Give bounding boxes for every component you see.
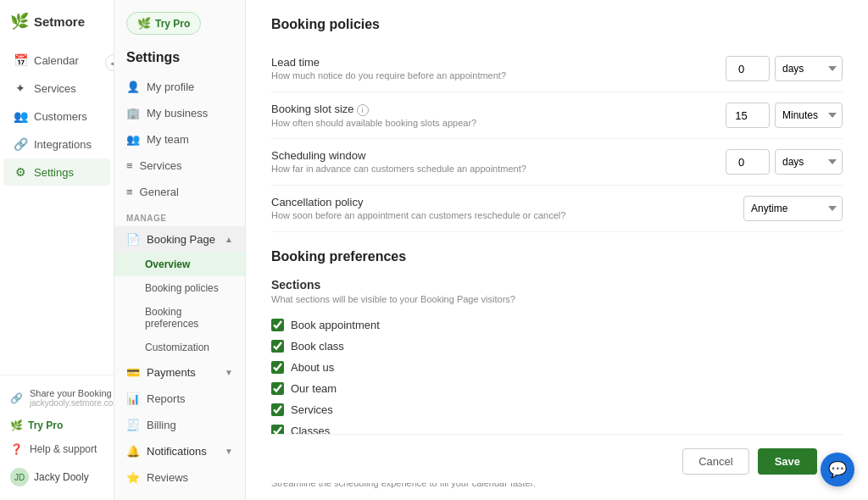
notifications-nav[interactable]: 🔔 Notifications ▼: [114, 438, 245, 464]
settings-nav-my-profile[interactable]: 👤 My profile: [114, 74, 245, 100]
settings-icon: ⚙: [14, 165, 27, 179]
sections-desc: What sections will be visible to your Bo…: [271, 294, 843, 304]
my-business-label: My business: [147, 107, 208, 119]
reviews-icon: ⭐: [126, 471, 140, 484]
sidebar-item-calendar[interactable]: 📅 Calendar: [3, 47, 110, 74]
our-team-checkbox[interactable]: [271, 382, 284, 395]
settings-nav-reports[interactable]: 📊 Reports: [114, 386, 245, 412]
book-class-checkbox[interactable]: [271, 340, 284, 353]
sections-label: Sections: [271, 278, 843, 292]
try-pro-label: Try Pro: [28, 419, 63, 431]
mid-try-pro-area: 🌿 Try Pro: [114, 0, 245, 47]
integrations-icon: 🔗: [14, 137, 27, 151]
booking-page-nav[interactable]: 📄 Booking Page ▲: [114, 226, 245, 253]
booking-page-preferences[interactable]: Booking preferences: [114, 300, 245, 336]
booking-page-overview[interactable]: Overview: [114, 253, 245, 276]
chevron-down-icon: ▼: [225, 368, 233, 377]
share-label: Share your Booking Page: [30, 388, 114, 398]
services-checkbox[interactable]: [271, 403, 284, 416]
try-pro-text: Try Pro: [155, 18, 190, 30]
billing-label: Billing: [147, 419, 176, 431]
share-booking-page[interactable]: 🔗 Share your Booking Page jackydooly.set…: [0, 382, 114, 414]
settings-nav-reviews[interactable]: ⭐ Reviews: [114, 464, 245, 491]
services-icon: ✦: [14, 81, 27, 95]
try-pro-leaf-icon: 🌿: [10, 419, 23, 431]
more-section-label: MORE: [114, 491, 245, 500]
booking-slot-size-desc: How often should available booking slots…: [271, 118, 476, 128]
book-appointment-row: Book appointment: [271, 314, 843, 336]
cancel-button[interactable]: Cancel: [682, 448, 748, 475]
cancellation-policy-row: Cancellation policy How soon before an a…: [271, 186, 843, 232]
chat-bubble-button[interactable]: 💬: [821, 453, 854, 486]
notifications-label: Notifications: [147, 445, 207, 458]
scheduling-window-input[interactable]: [726, 149, 770, 175]
booking-page-policies[interactable]: Booking policies: [114, 276, 245, 300]
my-profile-icon: 👤: [126, 81, 140, 93]
booking-page-icon: 📄: [126, 233, 140, 246]
about-us-checkbox[interactable]: [271, 361, 284, 374]
settings-nav-my-business[interactable]: 🏢 My business: [114, 100, 245, 126]
user-profile[interactable]: JD Jacky Dooly: [0, 461, 114, 493]
reports-label: Reports: [147, 392, 186, 405]
services-nav-label: Services: [140, 159, 182, 172]
chat-icon: 💬: [828, 460, 847, 479]
try-pro-button[interactable]: 🌿 Try Pro: [126, 12, 201, 35]
booking-slot-info-icon[interactable]: i: [357, 104, 369, 116]
booking-page-group: 📄 Booking Page ▲ Overview Booking polici…: [114, 226, 245, 359]
main-nav: 📅 Calendar ✦ Services 👥 Customers 🔗 Inte…: [0, 42, 114, 375]
app-logo: 🌿 Setmore: [0, 0, 114, 42]
services-check-label: Services: [291, 403, 333, 416]
general-label: General: [140, 186, 179, 198]
settings-nav-billing[interactable]: 🧾 Billing: [114, 412, 245, 438]
sidebar-item-label: Services: [34, 82, 76, 95]
lead-time-label: Lead time: [271, 56, 506, 69]
customers-icon: 👥: [14, 109, 27, 123]
my-team-icon: 👥: [126, 133, 140, 146]
settings-nav-my-team[interactable]: 👥 My team: [114, 126, 245, 153]
our-team-row: Our team: [271, 378, 843, 399]
help-support-label: Help & support: [30, 443, 97, 455]
reports-icon: 📊: [126, 392, 140, 405]
try-pro-icon: 🌿: [137, 17, 151, 30]
scheduling-window-unit-select[interactable]: days weeks months: [775, 149, 843, 175]
scheduling-window-label: Scheduling window: [271, 149, 526, 162]
payments-label: Payments: [147, 366, 196, 379]
services-nav-icon: ≡: [126, 159, 133, 172]
payments-nav[interactable]: 💳 Payments ▼: [114, 359, 245, 386]
book-appointment-checkbox[interactable]: [271, 319, 284, 331]
booking-slot-unit-select[interactable]: Minutes Hours: [775, 103, 843, 128]
settings-nav-services[interactable]: ≡ Services: [114, 153, 245, 179]
booking-policies-title: Booking policies: [271, 17, 843, 32]
chevron-up-icon: ▲: [225, 235, 233, 244]
booking-slot-input[interactable]: [726, 103, 770, 128]
booking-page-customization[interactable]: Customization: [114, 336, 245, 359]
payments-icon: 💳: [126, 366, 140, 379]
lead-time-input[interactable]: [726, 56, 770, 81]
my-team-label: My team: [147, 133, 189, 146]
sidebar-item-settings[interactable]: ⚙ Settings: [3, 158, 110, 186]
book-appointment-label: Book appointment: [291, 319, 380, 331]
help-support[interactable]: ❓ Help & support: [0, 437, 114, 461]
sidebar-item-integrations[interactable]: 🔗 Integrations: [3, 131, 110, 158]
share-icon: 🔗: [10, 392, 23, 404]
my-business-icon: 🏢: [126, 107, 140, 119]
save-button[interactable]: Save: [758, 448, 817, 475]
booking-page-label: Booking Page: [147, 233, 215, 246]
left-sidebar: 🌿 Setmore ◀ 📅 Calendar ✦ Services 👥 Cust…: [0, 0, 114, 500]
booking-slot-size-row: Booking slot sizei How often should avai…: [271, 92, 843, 139]
main-content: Booking policies Lead time How much noti…: [246, 0, 868, 500]
sidebar-item-label: Integrations: [34, 138, 92, 151]
booking-slot-size-label: Booking slot sizei: [271, 103, 476, 116]
lead-time-unit-select[interactable]: days hours minutes: [775, 56, 843, 81]
sidebar-try-pro[interactable]: 🌿 Try Pro: [0, 414, 114, 437]
settings-panel: 🌿 Try Pro Settings 👤 My profile 🏢 My bus…: [114, 0, 246, 500]
sidebar-bottom: 🔗 Share your Booking Page jackydooly.set…: [0, 375, 114, 500]
sidebar-item-customers[interactable]: 👥 Customers: [3, 103, 110, 130]
booking-preferences-section: Booking preferences Sections What sectio…: [271, 249, 843, 442]
book-class-label: Book class: [291, 340, 344, 353]
app-name: Setmore: [34, 14, 85, 29]
sidebar-item-services[interactable]: ✦ Services: [3, 75, 110, 102]
settings-nav-general[interactable]: ≡ General: [114, 179, 245, 205]
about-us-row: About us: [271, 357, 843, 378]
cancellation-policy-select[interactable]: Anytime 1 hour before 24 hours before 48…: [743, 196, 843, 221]
